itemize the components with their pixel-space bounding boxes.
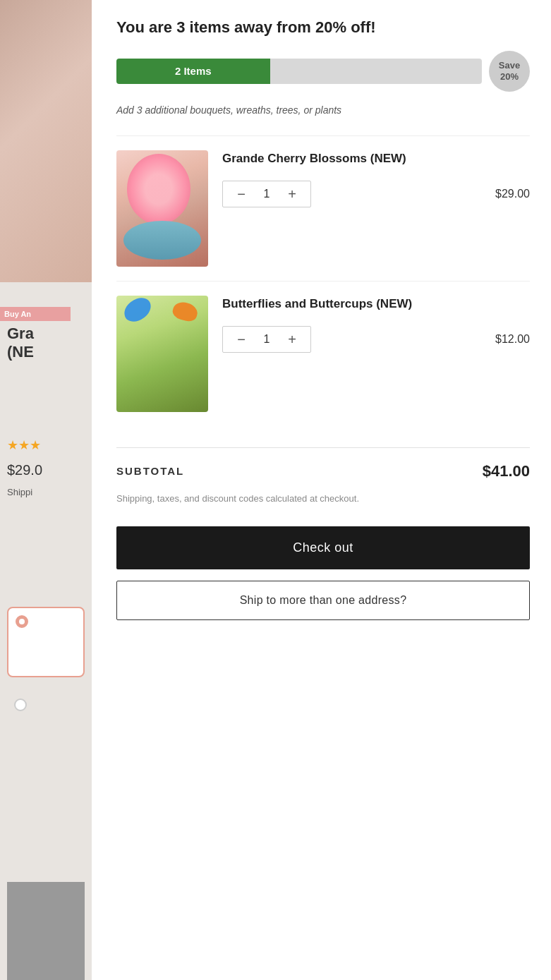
item-image-1 [116,150,208,267]
subtotal-row: SUBTOTAL $41.00 [116,462,530,480]
cart-divider [116,447,530,448]
checkout-button[interactable]: Check out [116,526,530,569]
decrement-btn-1[interactable]: − [234,187,248,201]
item-name-1: Grande Cherry Blossoms (NEW) [222,150,530,167]
progress-bar-container: 2 Items Save 20% [116,51,530,92]
progress-filled: 2 Items [116,59,270,84]
butterflies-img [116,296,208,412]
quantity-value-1: 1 [261,188,272,200]
bg-radio-selected [16,615,28,628]
bg-radio-box2 [7,691,85,762]
shipping-note: Shipping, taxes, and discount codes calc… [116,492,530,506]
promo-subtitle: Add 3 additional bouquets, wreaths, tree… [116,103,530,118]
qty-price-row-2: − 1 + $12.00 [222,326,530,353]
qty-price-row-1: − 1 + $29.00 [222,181,530,207]
increment-btn-2[interactable]: + [285,332,299,346]
quantity-value-2: 1 [261,333,272,346]
quantity-controls-1: − 1 + [222,181,311,207]
increment-btn-1[interactable]: + [285,187,299,201]
bg-radio-box1 [7,607,85,677]
bg-product-title: Gra (NE [7,325,34,362]
bg-product-image [0,0,92,282]
promo-title: You are 3 items away from 20% off! [116,18,530,38]
cherry-blossom-img [116,150,208,267]
item-price-1: $29.00 [495,188,530,200]
bg-banner: Buy An [0,307,71,321]
subtotal-amount: $41.00 [483,462,530,480]
save-badge: Save 20% [489,51,530,92]
item-price-2: $12.00 [495,333,530,346]
cart-item-2: Butterflies and Buttercups (NEW) − 1 + $… [116,281,530,426]
subtotal-label: SUBTOTAL [116,465,184,477]
progress-label: 2 Items [175,65,212,77]
item-details-1: Grande Cherry Blossoms (NEW) − 1 + $29.0… [222,150,530,208]
progress-segment-2 [270,59,339,84]
bg-price: $29.0 [7,462,42,478]
quantity-controls-2: − 1 + [222,326,311,353]
ship-multiple-button[interactable]: Ship to more than one address? [116,581,530,620]
progress-bar: 2 Items [116,59,482,84]
cart-item-1: Grande Cherry Blossoms (NEW) − 1 + $29.0… [116,135,530,281]
bg-stars: ★★★ [7,437,41,453]
bg-shipping: Shippi [7,487,32,497]
background-page: Buy An Gra (NE ★★★ $29.0 Shippi [0,0,92,980]
cart-panel: You are 3 items away from 20% off! 2 Ite… [92,0,551,980]
bg-radio-unselected [14,698,27,711]
progress-segment-3 [339,59,408,84]
save-percent: 20% [500,71,519,83]
item-name-2: Butterflies and Buttercups (NEW) [222,296,530,313]
item-image-2 [116,296,208,412]
decrement-btn-2[interactable]: − [234,332,248,346]
item-details-2: Butterflies and Buttercups (NEW) − 1 + $… [222,296,530,353]
save-label: Save [499,60,520,71]
bg-gray-box [7,882,85,980]
progress-segment-4 [408,59,482,84]
